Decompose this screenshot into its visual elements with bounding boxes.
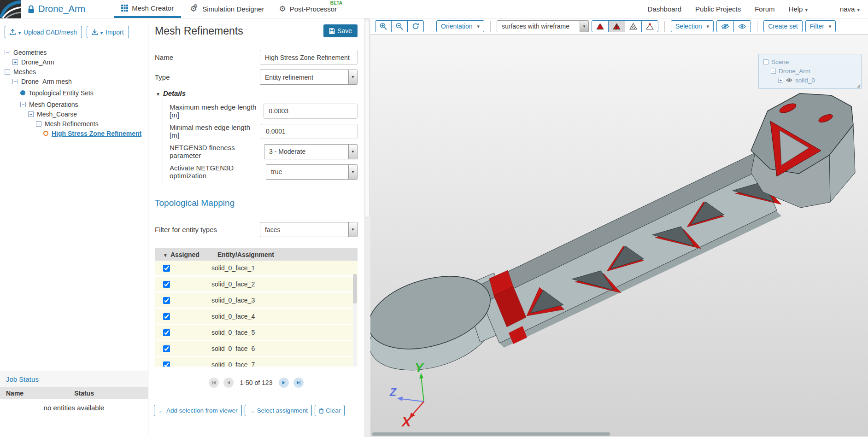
min-edge-length-input[interactable] [261,124,358,139]
tree-item-mesh-operations[interactable]: Mesh Operations [0,99,148,109]
collapse-icon[interactable] [5,69,10,75]
tree-item-drone-arm[interactable]: Drone_Arm [0,57,148,67]
tree-item-high-stress-zone-refinement[interactable]: High Stress Zone Refinement [0,128,148,138]
select-assignment-button[interactable]: Select assignment [245,405,312,416]
tet-points-button[interactable] [641,20,658,32]
upload-cad-button[interactable]: Upload CAD/mesh [5,26,82,38]
fineness-value: 3 - Moderate [264,148,305,155]
collapse-icon[interactable] [5,50,10,55]
assignment-actions: Add selection from viewer Select assignm… [148,400,364,421]
upload-label: Upload CAD/mesh [23,29,77,36]
dropdown-arrow-icon [348,165,357,179]
scene-tree-overlay[interactable]: Scene Drone_Arm solid_0 [758,54,862,89]
prev-page-button[interactable] [223,378,234,388]
table-row[interactable]: solid_0_face_4 [155,309,358,324]
assigned-checkbox[interactable] [163,361,170,367]
collapse-icon[interactable] [20,102,26,107]
tet-solid-button[interactable] [592,20,609,32]
tab-mesh-creator[interactable]: Mesh Creator [114,0,181,18]
first-page-button[interactable] [209,378,219,388]
gear-icon: ⚙ [279,5,286,13]
table-row[interactable]: solid_0_face_3 [155,293,358,308]
scene-tree-solid[interactable]: solid_0 [778,76,861,85]
filter-button[interactable]: Filter [805,20,836,32]
tree-item-drone-arm-mesh[interactable]: Drone_Arm mesh [0,76,148,86]
table-row[interactable]: solid_0_face_2 [155,277,358,291]
refresh-view-button[interactable] [407,20,424,32]
assigned-checkbox[interactable] [163,345,170,352]
table-row[interactable]: solid_0_face_7 [155,357,358,367]
name-input[interactable] [260,50,358,65]
tab-simulation-designer[interactable]: ⚙⚙ Simulation Designer [181,0,271,18]
fineness-select[interactable]: 3 - Moderate [264,144,358,159]
expand-icon[interactable] [778,78,783,83]
refresh-icon [412,23,419,30]
optimization-select[interactable]: true [266,164,358,180]
table-row[interactable]: solid_0_face_1 [155,261,358,275]
max-edge-length-input[interactable] [264,104,358,119]
render-mode-select[interactable]: surfaces with wireframe [497,20,589,32]
collapse-icon[interactable] [28,111,34,117]
viewport-3d[interactable]: Scene Drone_Arm solid_0 Y [370,35,868,437]
assigned-checkbox[interactable] [163,313,170,320]
tree-item-mesh-refinements[interactable]: Mesh Refinements [0,119,148,128]
table-row[interactable]: solid_0_face_5 [155,325,358,340]
nav-dashboard[interactable]: Dashboard [648,5,681,13]
table-row[interactable]: solid_0_face_6 [155,341,358,356]
orientation-button[interactable]: Orientation [436,20,484,32]
solid-label: solid_0 [795,77,815,84]
assignment-table-rows: solid_0_face_1 solid_0_face_2 solid_0_fa… [155,261,358,367]
scene-tree-drone-arm[interactable]: Drone_Arm [771,66,861,76]
tree-item-meshes[interactable]: Meshes [0,67,148,76]
show-button[interactable] [733,20,751,32]
selection-button[interactable]: Selection [671,20,714,32]
next-page-button[interactable] [279,378,289,388]
refinement-icon [43,131,48,136]
assigned-checkbox[interactable] [163,265,170,272]
table-scrollbar[interactable] [353,274,357,367]
tet-outline-button[interactable] [625,20,642,32]
logo-graphic [0,0,21,18]
visibility-eye-icon[interactable] [786,78,792,82]
details-header[interactable]: Details [156,89,358,97]
collapse-icon[interactable] [12,79,18,84]
nav-help-menu[interactable]: Help [789,5,808,13]
import-button[interactable]: Import [87,26,129,38]
sort-triangle-icon[interactable] [163,251,168,258]
clear-button[interactable]: Clear [315,405,345,416]
filter-entity-types-select[interactable]: faces [260,222,358,237]
eye-off-icon [721,23,729,29]
zoom-out-button[interactable] [391,20,408,32]
select-assignment-label: Select assignment [257,407,308,414]
hide-button[interactable] [716,20,734,32]
app-logo[interactable] [0,0,21,18]
viewer-horizontal-scrollbar[interactable] [372,432,610,436]
zoom-in-button[interactable] [375,20,392,32]
tree-item-geometries[interactable]: Geometries [0,47,148,57]
zoom-button-group [375,20,424,32]
scene-tree-root[interactable]: Scene [763,57,861,66]
create-set-button[interactable]: Create set [763,20,803,32]
resize-handle-icon[interactable] [856,83,860,88]
user-menu[interactable]: nava [840,5,860,13]
expand-icon[interactable] [12,59,18,65]
panel-scrollbar[interactable] [364,18,370,437]
filter-label: Filter [810,23,824,30]
collapse-icon[interactable] [36,121,41,127]
nav-public-projects[interactable]: Public Projects [695,5,741,13]
tab-post-processor[interactable]: BETA ⚙ Post-Processor [271,0,344,18]
add-selection-button[interactable]: Add selection from viewer [154,405,242,416]
tree-item-topological-entity-sets[interactable]: Topological Entity Sets [0,88,148,98]
tet-wireframe-button[interactable] [608,20,625,32]
assigned-checkbox[interactable] [163,297,170,304]
tree-item-mesh-coarse[interactable]: Mesh_Coarse [0,109,148,119]
collapse-icon[interactable] [763,59,768,64]
collapse-icon[interactable] [771,69,776,74]
save-button[interactable]: Save [323,24,358,37]
assigned-checkbox[interactable] [163,329,170,336]
assigned-checkbox[interactable] [163,281,170,288]
last-page-button[interactable] [293,378,304,388]
dropdown-arrow-icon [580,21,588,32]
type-select[interactable]: Entity refinement [260,70,358,85]
nav-forum[interactable]: Forum [755,5,774,13]
